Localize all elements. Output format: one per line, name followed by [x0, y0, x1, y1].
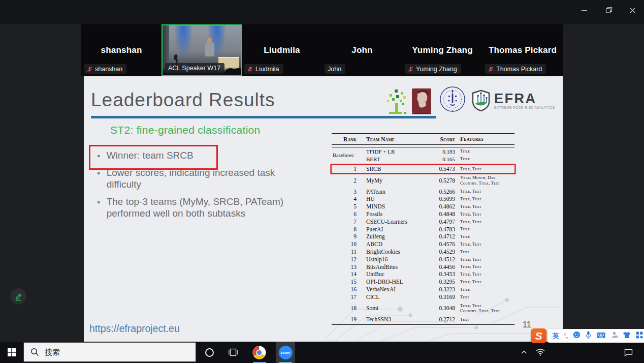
row-features: Title, Text — [455, 279, 514, 285]
slide-subtitle: ST2: fine-grained classification — [110, 124, 261, 136]
close-button[interactable] — [621, 0, 644, 20]
toolbox-icon[interactable] — [636, 331, 643, 341]
baseline-score: 0.183 — [427, 148, 455, 155]
row-score: 0.4797 — [427, 219, 455, 225]
row-rank: 2 — [332, 177, 361, 184]
table-header: Rank Team Name Score Features — [332, 133, 514, 144]
presentation-slide: Leaderboard Results — [84, 76, 563, 342]
participant-tile[interactable]: Yuming Zhang Yuming Zhang — [402, 24, 482, 76]
participant-tile[interactable]: John John — [322, 24, 402, 76]
taskbar-search[interactable] — [23, 342, 196, 362]
mic-muted-icon — [488, 66, 494, 72]
leaderboard-row: 3 PATeam 0.5266 Title, Text — [332, 188, 514, 195]
header-rank: Rank — [332, 136, 361, 142]
restore-button[interactable] — [597, 0, 621, 20]
cortana-button[interactable] — [201, 342, 218, 363]
participant-label-text: Thomas Pickard — [496, 66, 542, 73]
row-team: ABCD — [361, 241, 427, 247]
leaderboard-row: 1 SRCB 0.5473 Title, Text — [332, 165, 514, 173]
winner-highlight-box — [89, 145, 218, 170]
row-rank: 17 — [332, 294, 361, 300]
participant-label: Thomas Pickard — [485, 64, 546, 74]
table-bottom-rule — [332, 324, 514, 325]
leaderboard-row: 15 OPI-DRO-HEL 0.3295 Title, Text — [332, 278, 514, 286]
row-features: Year, Month, Day, Country, Title, Text — [455, 175, 514, 186]
wifi-button[interactable] — [533, 342, 548, 363]
row-team: BitsAndBites — [361, 264, 427, 270]
leaderboard-row: 9 Zuifeng 0.4712 Title — [332, 233, 514, 240]
chevron-up-icon — [521, 350, 527, 354]
video-strip: shanshan shanshan — [81, 24, 563, 76]
row-score: 0.4783 — [427, 226, 455, 232]
mic-muted-icon — [408, 66, 413, 72]
bullet-text: The top-3 teams (MyMy, SRCB, PATeam) per… — [107, 196, 287, 220]
row-score: 0.3223 — [427, 286, 455, 292]
row-rank: 8 — [332, 226, 361, 232]
action-center-button[interactable] — [621, 342, 636, 363]
row-team: MyMy — [361, 177, 427, 184]
windows-logo-icon — [8, 348, 16, 356]
row-team: SRCB — [361, 166, 427, 172]
row-features: Title, Text — [455, 166, 514, 172]
skin-icon[interactable] — [623, 331, 631, 341]
participant-label-text: shanshan — [95, 66, 122, 73]
participant-tile[interactable]: shanshan shanshan — [81, 24, 162, 76]
leaderboard-row: 4 HU 0.5099 Title, Text — [332, 195, 514, 203]
punctuation-icon[interactable]: ’, — [564, 332, 568, 340]
row-team: VerbaNexAI — [361, 286, 427, 292]
row-rank: 18 — [332, 305, 361, 311]
annotate-button[interactable] — [10, 288, 26, 305]
sogou-input-toolbar: S 英 ’, 34 — [531, 328, 644, 344]
tray-expand-button[interactable] — [518, 342, 530, 363]
close-icon — [629, 7, 636, 14]
restore-icon — [605, 7, 613, 14]
row-features: Text — [455, 294, 514, 300]
start-button[interactable] — [0, 342, 23, 363]
emoji-icon[interactable] — [573, 331, 581, 341]
row-score: 0.4862 — [427, 203, 455, 209]
participant-tile[interactable]: Thomas Pickard Thomas Pickard — [482, 24, 563, 76]
participant-label-text: Yuming Zhang — [416, 66, 457, 73]
keyboard-icon[interactable] — [597, 331, 605, 341]
participant-label-text: John — [328, 66, 341, 73]
bullet-item: ● The top-3 teams (MyMy, SRCB, PATeam) p… — [97, 196, 300, 220]
slide-logos: + — [385, 84, 558, 116]
row-features: Title — [455, 287, 514, 292]
baseline-score: 0.165 — [427, 156, 455, 162]
baseline-features: Title — [455, 148, 514, 154]
chrome-taskbar-button[interactable] — [250, 342, 269, 363]
row-team: TechSSN3 — [361, 316, 427, 322]
efra-logo: EFRA EXTREME FOOD RISK ANALYTICS — [471, 89, 555, 112]
wifi-icon — [536, 349, 545, 356]
task-view-icon — [229, 348, 238, 356]
baseline-features: Title — [455, 156, 514, 162]
zoom-taskbar-button[interactable]: zoom — [276, 342, 295, 363]
row-score: 0.4512 — [427, 256, 455, 262]
row-rank: 15 — [332, 279, 361, 285]
bullet-dot: ● — [97, 199, 101, 220]
voice-input-icon[interactable] — [585, 331, 592, 341]
row-features: Title, Text — [455, 271, 514, 277]
english-mode-indicator[interactable]: 英 — [553, 331, 559, 341]
account-icon[interactable]: 34 — [610, 331, 618, 341]
cortana-icon — [205, 348, 214, 357]
participant-tile[interactable]: ACL Speaker W17 — [162, 24, 242, 76]
row-team: PuerAI — [361, 226, 427, 232]
baseline-team: TFIDF + LR — [361, 148, 427, 155]
row-features: Title, Text Country, Title, Text — [455, 303, 514, 314]
row-score: 0.5473 — [427, 166, 455, 172]
bullet-dot: ● — [97, 170, 101, 191]
leaderboard-row: 17 CICL 0.3169 Text — [332, 293, 514, 300]
participant-tile[interactable]: Liudmila Liudmila — [242, 24, 322, 76]
leaderboard-row: 7 CSECU-Learners 0.4797 Title, Text — [332, 218, 514, 225]
svg-text:34: 34 — [616, 336, 618, 338]
titlebar — [0, 0, 644, 24]
minimize-button[interactable] — [572, 0, 596, 20]
search-input[interactable] — [44, 347, 183, 357]
row-score: 0.3048 — [427, 305, 455, 311]
row-score: 0.4848 — [427, 211, 455, 217]
task-view-button[interactable] — [224, 342, 242, 363]
baselines-section: Baselines: TFIDF + LR 0.183 Title BERT 0… — [332, 147, 514, 163]
leaderboard-row: 14 UniBuc 0.3453 Title, Text — [332, 270, 514, 278]
sogou-logo-icon[interactable]: S — [531, 328, 546, 343]
